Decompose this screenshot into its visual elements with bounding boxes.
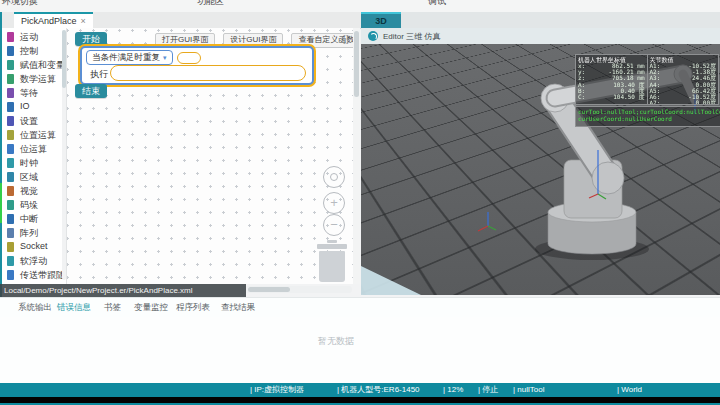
status-robot-model: | 机器人型号:ER6-1450 — [337, 383, 420, 397]
condition-slot[interactable] — [177, 52, 201, 64]
sidebar-item-soft-float[interactable]: 软浮动 — [2, 254, 66, 268]
sidebar-item-motion[interactable]: 运动 — [2, 30, 66, 44]
sidebar-item-io[interactable]: IO — [2, 100, 66, 114]
category-color-chip — [7, 242, 14, 252]
tab-program-list[interactable]: 程序列表 — [176, 302, 210, 317]
category-color-chip — [7, 186, 14, 196]
sidebar-item-clock[interactable]: 时钟 — [2, 156, 66, 170]
expand-icon[interactable]: [ ] — [343, 34, 348, 44]
category-color-chip — [7, 200, 14, 210]
block-category-sidebar: 运动 控制 赋值和变量 数学运算 等待 IO 设置 位置运算 位运算 时钟 区域… — [2, 28, 67, 284]
scrollbar-thumb[interactable] — [248, 287, 290, 292]
category-color-chip — [7, 60, 14, 70]
status-tool: | nullTool — [513, 383, 544, 397]
category-color-chip — [7, 46, 14, 56]
sidebar-item-interrupt[interactable]: 中断 — [2, 212, 66, 226]
sidebar-item-region[interactable]: 区域 — [2, 170, 66, 184]
category-color-chip — [7, 270, 14, 280]
status-run-state: | 停止 — [478, 383, 498, 397]
trash-icon[interactable] — [316, 240, 348, 282]
status-ip: | IP:虚拟控制器 — [250, 383, 304, 397]
tool-coordinate-overlay: curTool:nullTool;curToolCoord:nullToolCo… — [575, 106, 720, 127]
category-color-chip — [7, 74, 14, 84]
sidebar-scrollbar[interactable] — [62, 30, 66, 280]
document-tab-bar: PickAndPlace× — [0, 12, 361, 29]
file-path-bar: Local/Demo/Project/NewProject.er/PickAnd… — [0, 284, 246, 297]
tab-variable-monitor[interactable]: 变量监控 — [134, 302, 168, 317]
zoom-out-button[interactable]: − — [323, 214, 345, 236]
scrollbar-thumb[interactable] — [354, 31, 359, 97]
joint-values-column: 关节数值 A1:-10.52度 A2:-1.38度 A3:24.46度 A4:0… — [648, 55, 719, 104]
empty-state-text: 暂无数据 — [318, 335, 354, 348]
status-speed: | 12% — [443, 383, 463, 397]
sidebar-item-palletizing[interactable]: 码垛 — [2, 198, 66, 212]
current-user-coord-line: curUserCoord:nullUserCoord — [578, 115, 720, 122]
sidebar-item-settings[interactable]: 设置 — [2, 114, 66, 128]
category-color-chip — [7, 102, 14, 112]
recenter-button[interactable] — [323, 166, 345, 188]
block-program-canvas[interactable]: 开始 打开GUI界面 设计GUI界面 查看自定义函数 [ ] 当条件满足时重复▾… — [67, 28, 353, 284]
sidebar-item-conveyor[interactable]: 传送带跟随 — [2, 268, 66, 282]
bottom-panel: 暂无数据 — [0, 317, 720, 383]
robot-coordinates-overlay: 机器人世界坐标值 x:862.51 mm y:-160.21 mm z:705.… — [575, 54, 719, 105]
category-color-chip — [7, 88, 14, 98]
statement-slot[interactable] — [110, 65, 306, 81]
viewer-tab-bar: 3D — [361, 12, 720, 29]
repeat-condition-dropdown[interactable]: 当条件满足时重复▾ — [86, 50, 173, 65]
trash-handle — [327, 240, 337, 243]
3d-viewport[interactable]: 机器人世界坐标值 x:862.51 mm y:-160.21 mm z:705.… — [361, 44, 720, 295]
sidebar-item-socket[interactable]: Socket — [2, 240, 66, 254]
category-color-chip — [7, 130, 14, 140]
status-coord-frame: | World — [617, 383, 642, 397]
world-coordinates-column: 机器人世界坐标值 x:862.51 mm y:-160.21 mm z:705.… — [576, 55, 648, 104]
clipped-menu-text: 调试 — [428, 0, 446, 8]
sidebar-item-math[interactable]: 数学运算 — [2, 72, 66, 86]
sidebar-item-wait[interactable]: 等待 — [2, 86, 66, 100]
sidebar-scrollbar-thumb[interactable] — [62, 30, 66, 88]
category-color-chip — [7, 144, 14, 154]
tab-label: PickAndPlace — [21, 16, 77, 26]
trash-lid — [317, 244, 347, 249]
category-color-chip — [7, 228, 14, 238]
sidebar-item-position-calc[interactable]: 位置运算 — [2, 128, 66, 142]
top-menu-strip: 环境切换 功能区 调试 — [0, 0, 720, 12]
viewer-mode-label: Editor 三维 仿真 — [383, 31, 440, 42]
viewer-toolbar: Editor 三维 仿真 — [361, 28, 720, 45]
tab-system-output[interactable]: 系统输出 — [18, 302, 52, 317]
category-color-chip — [7, 158, 14, 168]
category-color-chip — [7, 32, 14, 42]
do-label: 执行 — [90, 68, 108, 81]
editor-logo-icon — [368, 31, 378, 41]
clipped-menu-text: 环境切换 — [2, 0, 38, 8]
bottom-tab-bar: 系统输出 错误信息 书签 变量监控 程序列表 查找结果 — [0, 297, 720, 318]
category-color-chip — [7, 256, 14, 266]
status-bar: | IP:虚拟控制器 | 机器人型号:ER6-1450 | 12% | 停止 |… — [0, 383, 720, 397]
start-block[interactable]: 开始 — [75, 32, 107, 46]
close-icon[interactable]: × — [81, 16, 86, 26]
tab-bookmarks[interactable]: 书签 — [104, 302, 121, 317]
crosshair-icon — [330, 173, 338, 181]
chevron-down-icon: ▾ — [163, 54, 167, 61]
clipped-menu-text: 功能区 — [197, 0, 224, 8]
trash-bin-body — [319, 251, 345, 282]
end-block[interactable]: 结束 — [75, 84, 107, 98]
category-color-chip — [7, 214, 14, 224]
canvas-horizontal-scrollbar[interactable] — [245, 286, 352, 293]
sidebar-item-control[interactable]: 控制 — [2, 44, 66, 58]
current-tool-line: curTool:nullTool;curToolCoord:nullToolCo… — [578, 108, 720, 115]
tab-search-results[interactable]: 查找结果 — [221, 302, 255, 317]
category-color-chip — [7, 116, 14, 126]
sidebar-item-vision[interactable]: 视觉 — [2, 184, 66, 198]
canvas-vertical-scrollbar[interactable] — [353, 28, 360, 284]
sidebar-item-assign-vars[interactable]: 赋值和变量 — [2, 58, 66, 72]
category-color-chip — [7, 172, 14, 182]
application-window: 环境切换 功能区 调试 PickAndPlace× 3D 运动 控制 赋值和变量… — [0, 0, 720, 405]
sidebar-item-array[interactable]: 阵列 — [2, 226, 66, 240]
repeat-while-block[interactable]: 当条件满足时重复▾ 执行 — [80, 46, 314, 85]
dropdown-label: 当条件满足时重复 — [92, 52, 160, 62]
sidebar-item-bit-ops[interactable]: 位运算 — [2, 142, 66, 156]
zoom-in-button[interactable]: + — [323, 192, 345, 214]
